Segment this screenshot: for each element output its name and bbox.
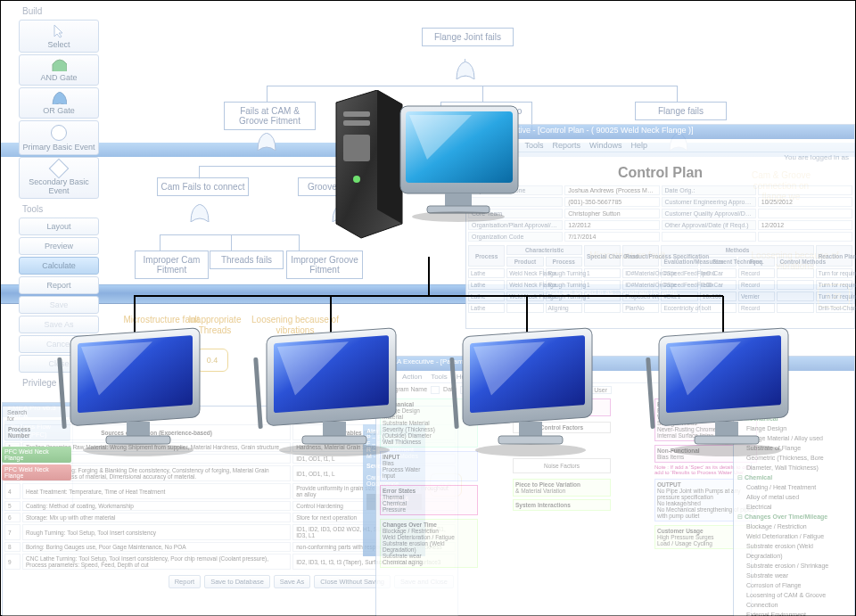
ft-top-event[interactable]: Flange Joint fails [422, 28, 514, 46]
server-icon [331, 90, 527, 259]
tree-changes[interactable]: Changes Over Time/Mileage [745, 513, 827, 520]
svg-rect-2 [343, 135, 370, 161]
svg-rect-24 [498, 436, 563, 444]
svg-rect-25 [449, 357, 459, 429]
svg-point-8 [412, 211, 505, 222]
sov-savedb-button[interactable]: Save to Database [204, 575, 270, 588]
net-horiz [134, 295, 723, 297]
tools-label: Tools [19, 202, 99, 216]
sysint-box: System Interactions [513, 499, 611, 511]
tree-item[interactable]: External Environment [746, 610, 851, 616]
tool-primary-event[interactable]: Primary Basic Event [19, 120, 99, 155]
tool-or-gate[interactable]: OR Gate [19, 87, 99, 119]
menu-help[interactable]: Help [631, 141, 648, 150]
pdiag-name-field[interactable] [431, 386, 440, 394]
sov-saveas-button[interactable]: Save As [274, 575, 311, 588]
client-icon [447, 322, 616, 464]
p2p-box: Piece to Piece Variation & Material Vari… [513, 479, 611, 497]
tree-item[interactable]: Electrical [746, 502, 851, 512]
circle-icon [51, 125, 67, 141]
ft-line [677, 86, 678, 102]
tree-chem[interactable]: Chemical [745, 474, 772, 480]
svg-rect-30 [695, 436, 759, 444]
client-icon [643, 322, 812, 464]
calculate-button[interactable]: Calculate [19, 257, 99, 275]
or-gate-icon [455, 62, 476, 79]
svg-rect-23 [519, 422, 542, 436]
ft-line [231, 234, 232, 251]
svg-rect-29 [715, 422, 738, 436]
tree-item[interactable]: Corrosion of Flange [746, 580, 851, 590]
svg-rect-12 [106, 436, 170, 444]
net-vert [428, 257, 430, 295]
cp-row[interactable]: LatheWeld Neck Flange Rough Turning1 ID#… [468, 268, 852, 278]
ft-line [267, 86, 268, 102]
preview-button[interactable]: Preview [19, 237, 99, 255]
sov-report-button[interactable]: Report [169, 575, 202, 588]
svg-rect-17 [323, 422, 346, 436]
cursor-icon [52, 24, 66, 38]
error-box: Error States Thermal Chemical Pressure [380, 485, 478, 515]
tree-item[interactable]: Loosening of CAM & Groove Connection [746, 590, 851, 610]
menu-windows[interactable]: Windows [589, 141, 622, 150]
svg-point-14 [83, 444, 193, 456]
svg-rect-11 [127, 422, 150, 436]
svg-point-32 [671, 444, 782, 456]
ft-box[interactable]: Fails at CAM & Groove Fitment [224, 102, 316, 130]
or-gate-icon [256, 133, 277, 151]
ft-line [160, 234, 160, 251]
and-gate-icon [51, 59, 67, 71]
svg-rect-1 [343, 120, 370, 126]
tree-item[interactable]: Alloy of metal used [746, 492, 851, 502]
tool-and-gate[interactable]: AND Gate [19, 54, 99, 86]
cp-row[interactable]: LatheWeld Neck Flange Rough Turning1 ID#… [468, 280, 852, 290]
ft-box[interactable]: Cam Fails to connect [157, 177, 249, 196]
client-icon [54, 322, 224, 464]
ft-box[interactable]: Improper Cam Fitment [135, 251, 209, 279]
menu-reports[interactable]: Reports [553, 141, 581, 150]
client-icon [251, 322, 420, 464]
tree-item[interactable]: Substrate erosion (Weld Degradation) [746, 541, 851, 561]
save-button[interactable]: Save [19, 296, 99, 314]
svg-rect-18 [302, 436, 366, 444]
ft-line [160, 234, 299, 235]
or-gate-icon [189, 204, 210, 222]
svg-rect-31 [646, 357, 655, 429]
ft-line [299, 234, 300, 251]
ft-line [267, 86, 677, 86]
svg-point-26 [475, 444, 586, 456]
or-gate-icon [51, 92, 67, 104]
ft-box[interactable]: Flange fails [635, 102, 727, 120]
menu-tools[interactable]: Tools [431, 373, 448, 381]
ft-line [199, 166, 340, 167]
ft-box[interactable]: Threads fails [210, 251, 284, 269]
side-btn[interactable]: PFC Weld Neck Flange [2, 464, 71, 480]
layout-button[interactable]: Layout [19, 218, 99, 235]
svg-point-20 [279, 444, 390, 456]
svg-point-3 [353, 176, 360, 183]
tree-item[interactable]: Substrate wear [746, 571, 851, 580]
build-label: Build [19, 4, 99, 18]
diamond-icon [49, 159, 70, 179]
svg-rect-6 [445, 193, 472, 206]
report-button[interactable]: Report [19, 276, 99, 294]
tree-item[interactable]: Substrate erosion / Shrinkage [746, 561, 851, 571]
tree-item[interactable]: Blockage / Restriction [746, 522, 851, 531]
svg-rect-13 [57, 357, 67, 429]
svg-rect-19 [253, 357, 263, 429]
menu-tools[interactable]: Tools [525, 141, 544, 150]
svg-rect-0 [343, 111, 370, 117]
tree-item[interactable]: Weld Deterioration / Fatigue [746, 531, 851, 541]
ov-box: Changes Over Time Blockage / Restriction… [380, 519, 478, 568]
tool-secondary-event[interactable]: Secondary Basic Event [19, 157, 99, 199]
tree-item[interactable]: Coating / Heat Treatment [746, 482, 851, 492]
tool-select[interactable]: Select [19, 20, 99, 53]
